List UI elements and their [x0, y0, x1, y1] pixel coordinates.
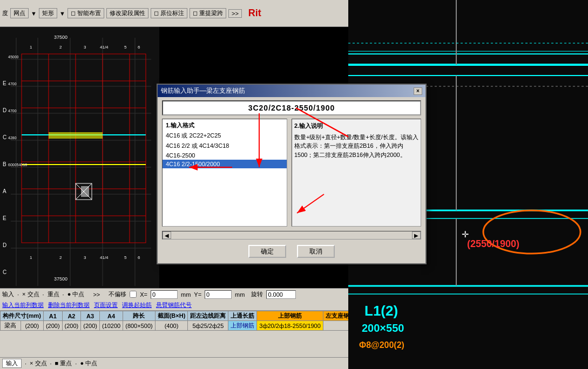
format-option-2[interactable]: 4C16-2500 — [163, 151, 287, 160]
modal-description: 数量+级别+直径+数量/数量+长度/长度。该输入格式表示：第一排支座筋2B16，… — [294, 133, 418, 160]
modal-overlay: 钢筋输入助手—梁左支座钢筋 × 3C20/2C18-2550/1900 1.输入… — [0, 0, 588, 369]
modal-section1-title: 1.输入格式 — [163, 119, 287, 131]
modal-cancel-button[interactable]: 取消 — [297, 245, 335, 258]
modal-right-panel: 2.输入说明 数量+级别+直径+数量/数量+长度/长度。该输入格式表示：第一排支… — [292, 119, 421, 227]
modal-titlebar: 钢筋输入助手—梁左支座钢筋 × — [158, 85, 425, 97]
modal-close-button[interactable]: × — [414, 87, 422, 95]
modal-body: 1.输入格式 4C16 或 2C22+2C25 4C16 2/2 或 4C14/… — [162, 119, 421, 227]
format-option-1[interactable]: 4C16 2/2 或 4C14/3C18 — [163, 141, 287, 151]
modal-footer: 确定 取消 — [158, 242, 425, 263]
format-option-0[interactable]: 4C16 或 2C22+2C25 — [163, 131, 287, 141]
modal-confirm-button[interactable]: 确定 — [248, 245, 286, 258]
format-list: 4C16 或 2C22+2C25 4C16 2/2 或 4C14/3C18 4C… — [163, 131, 287, 168]
scroll-track — [171, 231, 412, 239]
scroll-left-button[interactable]: ◀ — [163, 231, 171, 239]
modal-section2-title: 2.输入说明 — [294, 121, 418, 131]
modal-dialog: 钢筋输入助手—梁左支座钢筋 × 3C20/2C18-2550/1900 1.输入… — [157, 84, 427, 264]
format-option-3[interactable]: 4C16 2/2-1500/2000 — [163, 160, 287, 168]
modal-title: 钢筋输入助手—梁左支座钢筋 — [161, 86, 245, 95]
modal-left-panel: 1.输入格式 4C16 或 2C22+2C25 4C16 2/2 或 4C14/… — [162, 119, 287, 227]
scroll-right-button[interactable]: ▶ — [412, 231, 421, 239]
modal-display-value[interactable]: 3C20/2C18-2550/1900 — [162, 100, 421, 115]
modal-scrollbar[interactable]: ◀ ▶ — [162, 231, 421, 240]
